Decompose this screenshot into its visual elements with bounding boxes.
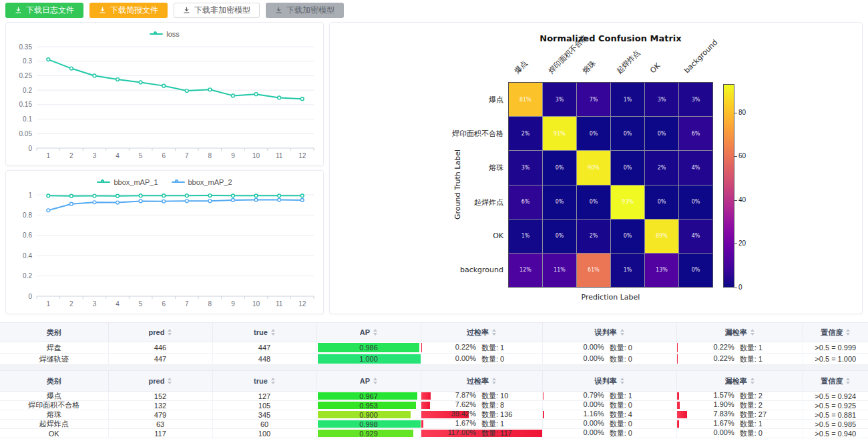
download-button-1[interactable]: 下载日志文件 bbox=[5, 3, 83, 18]
ap-value: 0.986 bbox=[359, 344, 378, 352]
confusion-matrix-grid: 81%3%7%1%3%3%2%91%0%0%0%6%3%0%90%0%2%4%6… bbox=[508, 82, 713, 288]
matrix-col-label: 爆点 bbox=[512, 59, 529, 75]
download-button-3[interactable]: 下载非加密模型 bbox=[174, 3, 260, 18]
data-point bbox=[208, 88, 212, 91]
pred-cell: 446 bbox=[109, 342, 213, 353]
rate-cell: 0.00% 数量: 0 bbox=[677, 429, 803, 438]
true-cell: 105 bbox=[213, 401, 317, 410]
matrix-cell: 2% bbox=[509, 117, 542, 150]
matrix-cell: 90% bbox=[577, 151, 610, 184]
x-tick-label: 1 bbox=[47, 152, 51, 159]
column-header-过检率[interactable]: 过检率 bbox=[421, 371, 543, 391]
x-tick-label: 2 bbox=[69, 152, 73, 159]
rate-percent: 0.00% bbox=[704, 429, 734, 438]
x-tick-label: 3 bbox=[93, 152, 97, 159]
data-point bbox=[93, 194, 96, 197]
ap-value: 0.929 bbox=[359, 430, 378, 438]
rate-percent: 7.87% bbox=[445, 392, 476, 400]
column-header-true[interactable]: true bbox=[213, 323, 317, 342]
column-header-label: true bbox=[254, 377, 268, 385]
column-header-误判率[interactable]: 误判率 bbox=[543, 323, 678, 342]
column-header-漏检率[interactable]: 漏检率 bbox=[677, 323, 803, 342]
column-header-AP[interactable]: AP bbox=[317, 371, 421, 391]
confidence-cell: >0.5 = 1.000 bbox=[803, 354, 868, 364]
colorbar-tick bbox=[734, 113, 737, 113]
legend-marker-icon bbox=[97, 179, 110, 185]
matrix-cell: 0% bbox=[543, 219, 576, 253]
sort-caret-icon bbox=[168, 378, 172, 384]
rate-count: 数量: 1 bbox=[481, 343, 517, 353]
table-header-row: 类别predtrueAP过检率误判率漏检率置信度 bbox=[0, 370, 868, 392]
colorbar-tick bbox=[734, 200, 737, 201]
category-cell: 焊盘 bbox=[0, 342, 109, 353]
loss-chart: 00.050.10.150.20.250.30.3512345678910111… bbox=[6, 40, 323, 164]
column-header-true[interactable]: true bbox=[213, 371, 317, 391]
map-chart: 00.20.40.60.81123456789101112 bbox=[6, 188, 323, 312]
colorbar-tick bbox=[734, 156, 737, 157]
x-tick-label: 12 bbox=[298, 300, 306, 308]
column-header-pred[interactable]: pred bbox=[109, 371, 213, 391]
confusion-matrix-card: Normalized Confusion Matrix Ground Truth… bbox=[329, 22, 863, 314]
column-header-label: 过检率 bbox=[467, 376, 489, 386]
legend-item-loss[interactable]: loss bbox=[150, 30, 180, 38]
column-header-漏检率[interactable]: 漏检率 bbox=[677, 371, 803, 391]
rate-percent: 1.57% bbox=[704, 392, 734, 400]
rate-count: 数量: 4 bbox=[610, 410, 646, 419]
confidence-cell: >0.5 = 0.925 bbox=[803, 401, 868, 410]
table-divider bbox=[0, 365, 868, 370]
y-tick-label: 0 bbox=[28, 293, 32, 300]
column-header-置信度[interactable]: 置信度 bbox=[803, 323, 868, 342]
column-header-过检率[interactable]: 过检率 bbox=[421, 323, 543, 342]
table-row: 起焊炸点6360 0.998 1.67% 数量: 1 0.00% 数量: 0 1… bbox=[0, 420, 868, 429]
confidence-cell: >0.5 = 0.940 bbox=[803, 429, 868, 438]
toolbar: 下载日志文件 下载简报文件 下载非加密模型 下载加密模型 bbox=[0, 0, 868, 22]
sort-caret-icon bbox=[492, 378, 496, 384]
ap-cell: 0.986 bbox=[317, 342, 421, 353]
data-point bbox=[47, 58, 50, 61]
confidence-cell: >0.5 = 0.881 bbox=[803, 410, 868, 419]
map-chart-card: bbox_mAP_1 bbox_mAP_2 00.20.40.60.811234… bbox=[5, 170, 324, 314]
legend-item-bbox_mAP_2[interactable]: bbox_mAP_2 bbox=[172, 178, 232, 186]
download-button-4[interactable]: 下载加密模型 bbox=[266, 3, 344, 18]
y-tick-label: 0.8 bbox=[23, 211, 32, 219]
column-header-pred[interactable]: pred bbox=[109, 323, 213, 342]
rate-cell: 1.67% 数量: 1 bbox=[677, 420, 803, 428]
rate-count: 数量: 2 bbox=[740, 392, 776, 400]
data-point bbox=[185, 194, 188, 197]
matrix-row-label: 爆点 bbox=[330, 95, 503, 105]
button-label: 下载日志文件 bbox=[26, 5, 74, 16]
rate-count: 数量: 8 bbox=[481, 401, 517, 410]
table-header-row: 类别predtrueAP过检率误判率漏检率置信度 bbox=[0, 322, 868, 342]
colorbar-tick bbox=[734, 244, 737, 244]
column-header-AP[interactable]: AP bbox=[317, 323, 421, 342]
matrix-cell: 3% bbox=[543, 83, 576, 116]
data-point bbox=[278, 198, 281, 201]
colorbar-tick-label: 80 bbox=[738, 109, 746, 116]
x-tick-label: 10 bbox=[252, 152, 260, 159]
rate-percent: 39.42% bbox=[445, 410, 476, 419]
metrics-tables: 类别predtrueAP过检率误判率漏检率置信度焊盘446447 0.986 0… bbox=[0, 322, 868, 438]
ap-cell: 0.929 bbox=[317, 429, 421, 438]
column-header-置信度[interactable]: 置信度 bbox=[803, 371, 868, 391]
download-icon bbox=[275, 7, 282, 14]
column-header-误判率[interactable]: 误判率 bbox=[543, 371, 678, 391]
data-point bbox=[69, 202, 73, 205]
rate-cell: 0.00% 数量: 0 bbox=[543, 401, 678, 410]
pred-cell: 117 bbox=[109, 429, 213, 438]
legend-item-bbox_mAP_1[interactable]: bbox_mAP_1 bbox=[97, 178, 158, 186]
colorbar-tick-label: 40 bbox=[738, 196, 746, 203]
confidence-cell: >0.5 = 0.985 bbox=[803, 420, 868, 428]
rate-percent: 0.00% bbox=[574, 343, 604, 353]
column-header-类别: 类别 bbox=[0, 371, 109, 391]
sort-caret-icon bbox=[620, 329, 624, 336]
table-row: 焊缝轨迹447448 1.000 0.00% 数量: 0 0.00% 数量: 0… bbox=[0, 354, 868, 365]
y-tick-label: 0.6 bbox=[23, 232, 32, 239]
colorbar-tick-label: 0 bbox=[738, 284, 742, 291]
download-button-2[interactable]: 下载简报文件 bbox=[89, 3, 168, 18]
rate-count: 数量: 0 bbox=[610, 401, 646, 410]
x-tick-label: 7 bbox=[185, 300, 189, 308]
matrix-cell: 93% bbox=[611, 185, 644, 219]
matrix-cell: 4% bbox=[679, 151, 712, 184]
rate-count: 数量: 1 bbox=[481, 420, 517, 428]
rate-cell: 7.87% 数量: 10 bbox=[421, 392, 543, 400]
